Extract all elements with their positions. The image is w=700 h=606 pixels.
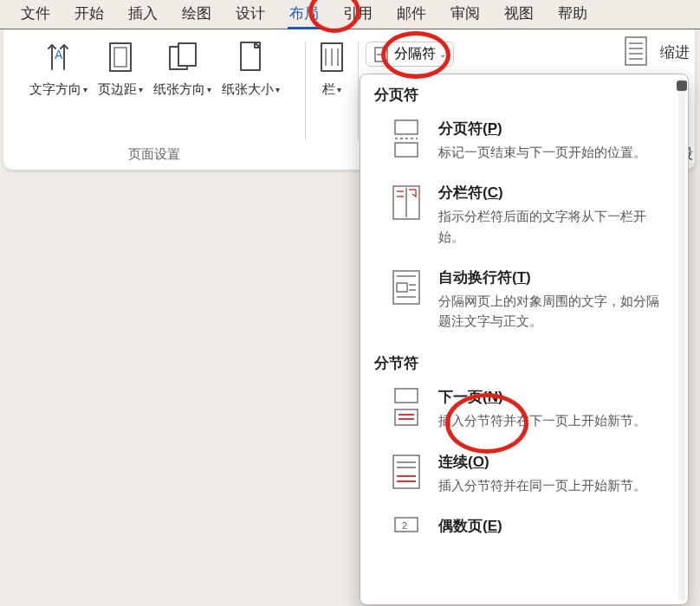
svg-rect-5 (241, 42, 260, 70)
tab-insert[interactable]: 插入 (116, 0, 170, 29)
button-label: 栏 (322, 81, 335, 98)
group-page-setup: A 文字方向▾ 页边距▾ 纸张方向▾ (9, 35, 300, 166)
menu-item-desc: 插入分节符并在同一页上开始新节。 (438, 475, 671, 495)
paper-settings-icon (622, 35, 651, 69)
continuous-icon (390, 452, 423, 492)
even-page-icon: 2 (390, 516, 423, 556)
next-page-icon (390, 387, 423, 427)
breaks-dropdown: 分页符 分页符(P) 标记一页结束与下一页开始的位置。 分栏符(C) 指示分栏符… (360, 74, 689, 605)
tab-view[interactable]: 视图 (492, 0, 546, 29)
menu-item-column-break[interactable]: 分栏符(C) 指示分栏符后面的文字将从下一栏开始。 (360, 174, 688, 259)
svg-text:A: A (55, 48, 63, 61)
text-direction-icon: A (42, 38, 74, 76)
menu-item-desc: 指示分栏符后面的文字将从下一栏开始。 (438, 206, 671, 247)
dropdown-section-header: 分页符 (360, 74, 688, 110)
breaks-split-button[interactable]: 分隔符 ⌄ (366, 42, 454, 67)
menu-item-title: 下一页(N) (438, 387, 671, 407)
tab-label: 插入 (128, 5, 158, 22)
tab-label: 视图 (504, 5, 534, 22)
chevron-down-icon: ▾ (139, 85, 143, 94)
menu-item-desc: 标记一页结束与下一页开始的位置。 (438, 142, 671, 162)
svg-rect-4 (178, 43, 196, 66)
menu-item-desc: 插入分节符并在下一页上开始新节。 (438, 410, 671, 430)
tab-label: 布局 (289, 5, 319, 22)
menu-item-page-break[interactable]: 分页符(P) 标记一页结束与下一页开始的位置。 (360, 110, 688, 174)
columns-button[interactable]: 栏▾ (311, 38, 353, 98)
text-direction-button[interactable]: A 文字方向▾ (24, 38, 93, 98)
svg-rect-17 (395, 120, 418, 134)
menu-item-even-page[interactable]: 2 偶数页(E) (360, 507, 688, 556)
button-label: 纸张方向 (153, 81, 205, 98)
size-button[interactable]: 纸张大小▾ (217, 38, 285, 98)
svg-rect-12 (625, 37, 646, 65)
menu-item-title: 偶数页(E) (438, 516, 671, 536)
group-columns: 栏▾ (311, 35, 353, 166)
svg-rect-30 (395, 409, 418, 425)
page-break-icon (390, 119, 423, 158)
button-label: 纸张大小 (222, 81, 274, 98)
menu-item-title: 自动换行符(T) (438, 268, 671, 287)
tab-label: 开始 (75, 5, 104, 22)
dropdown-section-header: 分节符 (360, 343, 688, 378)
menu-item-title: 分页符(P) (438, 119, 671, 139)
button-label: 页边距 (98, 81, 137, 98)
svg-rect-18 (395, 143, 418, 157)
orientation-button[interactable]: 纸张方向▾ (148, 38, 217, 98)
column-break-icon (390, 183, 423, 222)
dropdown-scrollbar[interactable] (676, 78, 688, 601)
svg-rect-29 (395, 389, 418, 403)
menu-item-text-wrapping[interactable]: 自动换行符(T) 分隔网页上的对象周围的文字，如分隔题注文字与正文。 (360, 259, 688, 344)
tab-mailings[interactable]: 邮件 (385, 0, 438, 29)
menu-item-title: 分栏符(C) (438, 183, 671, 203)
menu-item-desc: 分隔网页上的对象周围的文字，如分隔题注文字与正文。 (438, 291, 671, 332)
tab-label: 文件 (21, 5, 50, 22)
button-label: 文字方向 (29, 81, 81, 98)
menu-item-continuous[interactable]: 连续(O) 插入分节符并在同一页上开始新节。 (360, 443, 688, 507)
columns-icon (316, 38, 347, 76)
ribbon-right-cluster: 缩进 (622, 35, 690, 69)
text-wrapping-icon (390, 268, 423, 307)
orientation-icon (166, 38, 198, 76)
breaks-icon (373, 46, 391, 63)
tab-references[interactable]: 引用 (331, 0, 385, 29)
tab-help[interactable]: 帮助 (546, 0, 600, 29)
tab-label: 引用 (343, 5, 373, 22)
menu-item-title: 连续(O) (438, 452, 671, 472)
tab-layout[interactable]: 布局 (277, 0, 331, 29)
group-separator (305, 42, 306, 140)
chevron-down-icon: ▾ (275, 85, 280, 94)
group-separator (358, 42, 359, 140)
chevron-down-icon: ▾ (83, 85, 88, 94)
margins-icon (105, 38, 136, 76)
tab-home[interactable]: 开始 (62, 0, 116, 29)
button-label: 分隔符 (394, 45, 436, 63)
tab-label: 审阅 (450, 5, 480, 22)
tab-design[interactable]: 设计 (224, 0, 277, 29)
tab-file[interactable]: 文件 (9, 0, 62, 29)
chevron-down-icon: ▾ (207, 85, 211, 94)
size-icon (235, 38, 266, 76)
tab-review[interactable]: 审阅 (438, 0, 492, 29)
menu-tabs: 文件 开始 插入 绘图 设计 布局 引用 邮件 审阅 视图 帮助 (0, 0, 700, 29)
svg-rect-33 (393, 455, 419, 488)
tab-draw[interactable]: 绘图 (170, 0, 224, 29)
tab-label: 绘图 (182, 5, 211, 22)
svg-text:2: 2 (402, 520, 407, 531)
group-caption: 页面设置 (9, 146, 300, 163)
menu-item-next-page[interactable]: 下一页(N) 插入分节符并在下一页上开始新节。 (360, 378, 688, 442)
tab-label: 帮助 (558, 5, 587, 22)
tab-label: 邮件 (397, 5, 426, 22)
indent-label: 缩进 (660, 42, 690, 62)
chevron-down-icon: ⌄ (439, 49, 446, 59)
chevron-down-icon: ▾ (337, 85, 341, 94)
margins-button[interactable]: 页边距▾ (93, 38, 148, 98)
tab-label: 设计 (236, 5, 265, 22)
